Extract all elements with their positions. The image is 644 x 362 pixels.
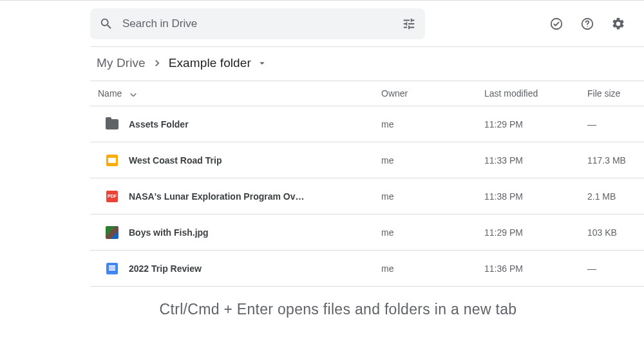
column-header-name[interactable]: Name [95,88,381,99]
breadcrumb-root[interactable]: My Drive [97,56,146,70]
file-modified: 11:33 PM [484,155,587,166]
search-placeholder: Search in Drive [122,17,393,30]
file-size: 2.1 MB [587,191,639,202]
file-modified: 11:38 PM [484,191,587,202]
file-list: Assets Folderme11:29 PM—West Coast Road … [90,106,644,287]
file-name: 2022 Trip Review [129,263,202,274]
file-name: Boys with Fish.jpg [129,227,209,238]
column-header-owner[interactable]: Owner [381,88,484,99]
file-size: 117.3 MB [587,155,639,166]
file-name: West Coast Road Trip [129,155,222,166]
file-owner: me [381,155,484,166]
file-owner: me [381,191,484,202]
list-header: Name Owner Last modified File size [90,81,644,106]
tune-icon[interactable] [402,17,416,31]
breadcrumb-current[interactable]: Example folder [169,56,251,70]
column-header-modified[interactable]: Last modified [484,88,587,99]
image-thumbnail-icon [106,226,118,239]
file-name: NASA's Lunar Exploration Program Ov… [129,191,305,202]
settings-icon[interactable] [605,11,631,37]
header-bar: Search in Drive [90,1,644,47]
file-name: Assets Folder [129,119,189,129]
file-row[interactable]: Boys with Fish.jpgme11:29 PM103 KB [90,214,644,251]
file-size: 103 KB [587,227,639,238]
column-name-label: Name [98,88,122,99]
search-icon [99,17,113,31]
file-modified: 11:29 PM [484,119,587,129]
pdf-icon: PDF [106,190,118,203]
file-row[interactable]: Assets Folderme11:29 PM— [90,106,644,142]
keyboard-tip: Ctrl/Cmd + Enter opens files and folders… [90,287,644,318]
file-row[interactable]: PDFNASA's Lunar Exploration Program Ov…m… [90,178,644,214]
file-row[interactable]: West Coast Road Tripme11:33 PM117.3 MB [90,142,644,178]
file-size: — [587,119,639,129]
file-size: — [587,263,639,274]
column-header-size[interactable]: File size [587,88,639,99]
file-row[interactable]: 2022 Trip Reviewme11:36 PM— [90,251,644,287]
file-owner: me [381,227,484,238]
file-modified: 11:29 PM [484,227,587,238]
chevron-right-icon [151,57,164,70]
offline-ready-icon[interactable] [544,11,569,37]
file-owner: me [381,263,484,274]
sort-arrow-down-icon [128,88,138,99]
file-modified: 11:36 PM [484,263,587,274]
breadcrumb: My Drive Example folder [90,47,644,81]
file-owner: me [381,119,484,129]
slides-icon [106,154,118,167]
search-bar[interactable]: Search in Drive [90,8,425,39]
folder-icon [106,118,118,131]
dropdown-icon[interactable] [256,57,268,69]
svg-point-2 [587,26,587,26]
docs-icon [106,262,118,275]
svg-point-0 [551,18,562,29]
help-icon[interactable] [574,11,600,37]
